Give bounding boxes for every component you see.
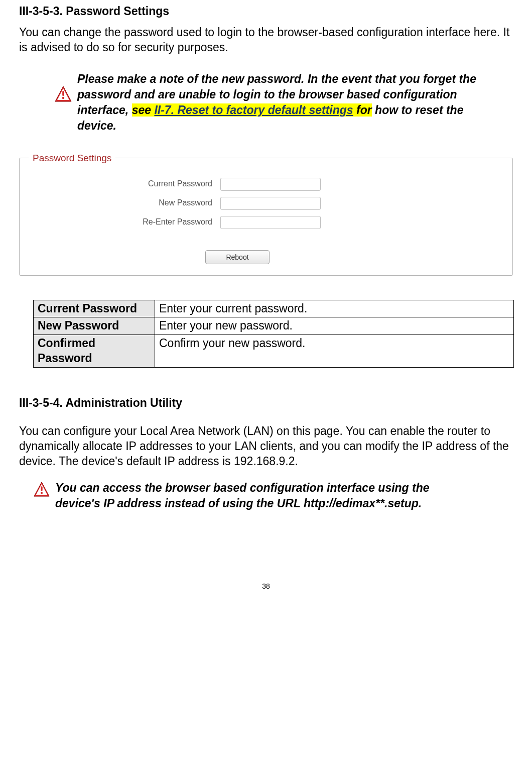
definition-table: Current Password Enter your current pass… — [33, 300, 514, 368]
table-key: New Password — [34, 317, 155, 335]
note-text: Please make a note of the new password. … — [77, 71, 483, 134]
reenter-password-label: Re-Enter Password — [20, 217, 220, 228]
note-block-2: You can access the browser based configu… — [33, 480, 513, 511]
form-row-current: Current Password — [20, 175, 512, 194]
page-number: 38 — [19, 582, 513, 597]
table-key: Confirmed Password — [34, 335, 155, 368]
svg-rect-2 — [62, 91, 64, 96]
svg-point-7 — [41, 492, 43, 494]
section-2: III-3-5-4. Administration Utility You ca… — [19, 396, 513, 511]
button-row: Reboot — [20, 232, 512, 269]
warning-icon — [54, 85, 72, 106]
panel-legend: Password Settings — [29, 152, 115, 165]
table-row: Confirmed Password Confirm your new pass… — [34, 335, 514, 368]
warning-icon — [33, 481, 50, 501]
form-row-new: New Password — [20, 194, 512, 213]
reenter-password-input[interactable] — [220, 216, 321, 229]
note-block: Please make a note of the new password. … — [54, 71, 513, 134]
section-title: III-3-5-3. Password Settings — [19, 4, 513, 19]
current-password-input[interactable] — [220, 178, 321, 191]
svg-rect-6 — [41, 486, 42, 491]
table-row: New Password Enter your new password. — [34, 317, 514, 335]
form-row-reenter: Re-Enter Password — [20, 213, 512, 232]
current-password-label: Current Password — [20, 179, 220, 189]
body-text-2: You can configure your Local Area Networ… — [19, 424, 513, 469]
table-desc: Enter your current password. — [155, 300, 514, 317]
note-see: see — [132, 103, 155, 117]
note-link[interactable]: II-7. Reset to factory default settings — [154, 103, 353, 117]
reboot-button[interactable]: Reboot — [205, 250, 270, 264]
svg-point-3 — [62, 96, 64, 98]
table-row: Current Password Enter your current pass… — [34, 300, 514, 317]
note-for: for — [353, 103, 372, 117]
note-text-2: You can access the browser based configu… — [55, 480, 438, 511]
password-settings-panel: Password Settings Current Password New P… — [19, 158, 513, 276]
table-key: Current Password — [34, 300, 155, 317]
form-rows: Current Password New Password Re-Enter P… — [20, 171, 512, 232]
intro-text: You can change the password used to logi… — [19, 25, 513, 55]
table-desc: Confirm your new password. — [155, 335, 514, 368]
new-password-input[interactable] — [220, 197, 321, 210]
table-desc: Enter your new password. — [155, 317, 514, 335]
section-title-2: III-3-5-4. Administration Utility — [19, 396, 513, 411]
new-password-label: New Password — [20, 198, 220, 208]
